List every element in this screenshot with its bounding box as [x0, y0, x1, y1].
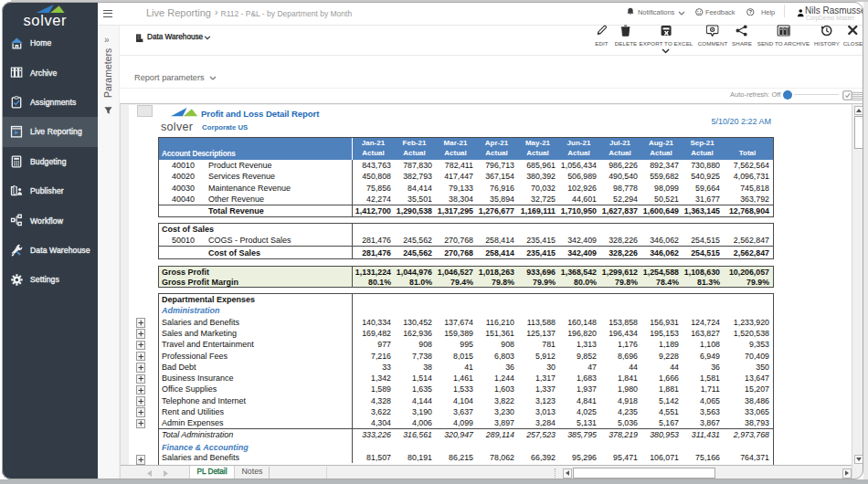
svg-text:?: ? [749, 9, 752, 15]
